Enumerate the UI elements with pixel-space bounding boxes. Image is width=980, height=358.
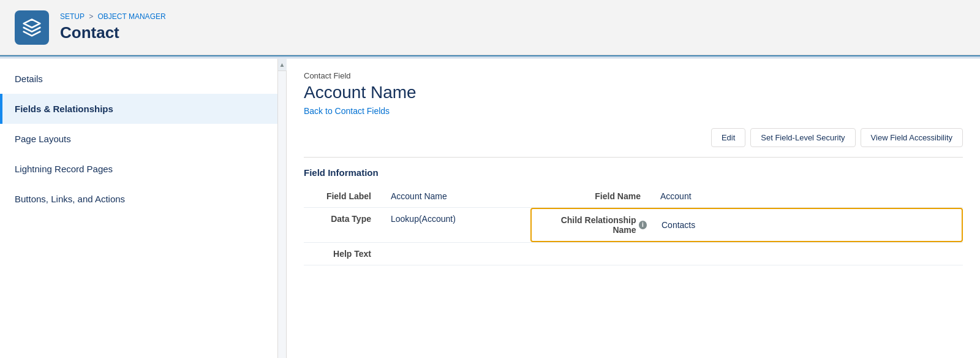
- child-relationship-highlight-box: Child Relationship Name i Contacts: [530, 208, 963, 242]
- page-title: Contact: [60, 23, 166, 42]
- table-row-field-label: Field Label Account Name Field Name Acco…: [304, 185, 963, 208]
- set-field-level-security-button[interactable]: Set Field-Level Security: [750, 128, 855, 147]
- field-info-table: Field Label Account Name Field Name Acco…: [304, 185, 963, 265]
- field-title: Account Name: [304, 83, 963, 102]
- data-type-value: Lookup(Account): [383, 208, 530, 243]
- sidebar-item-page-layouts[interactable]: Page Layouts: [0, 124, 277, 154]
- sidebar-item-lightning-record-pages[interactable]: Lightning Record Pages: [0, 154, 277, 184]
- breadcrumb-sep: >: [89, 12, 93, 21]
- scroll-up-arrow[interactable]: ▲: [278, 59, 287, 71]
- help-text-right-value: [653, 243, 963, 265]
- sidebar-nav: Details Fields & Relationships Page Layo…: [0, 64, 286, 214]
- field-section-label: Contact Field: [304, 71, 963, 80]
- app-header: SETUP > OBJECT MANAGER Contact: [0, 0, 980, 55]
- view-field-accessibility-button[interactable]: View Field Accessibility: [861, 128, 963, 147]
- sidebar-item-buttons-links-actions[interactable]: Buttons, Links, and Actions: [0, 184, 277, 214]
- section-divider: [304, 157, 963, 158]
- section-title: Field Information: [304, 167, 963, 178]
- data-type-key: Data Type: [304, 208, 383, 243]
- back-to-fields-link[interactable]: Back to Contact Fields: [304, 106, 390, 116]
- sidebar-item-details[interactable]: Details: [0, 64, 277, 94]
- child-relationship-name-key: Child Relationship Name i: [532, 209, 654, 241]
- help-text-right-key: [530, 243, 653, 265]
- sidebar-item-fields-relationships[interactable]: Fields & Relationships: [0, 94, 277, 124]
- help-text-value: [383, 243, 530, 265]
- app-icon: [15, 10, 49, 45]
- field-name-key: Field Name: [530, 185, 653, 208]
- sidebar: ▲ Details Fields & Relationships Page La…: [0, 59, 287, 358]
- child-relationship-name-value: Contacts: [654, 209, 703, 241]
- title-block: SETUP > OBJECT MANAGER Contact: [60, 12, 166, 42]
- table-row-data-type: Data Type Lookup(Account) Child Relation…: [304, 208, 963, 243]
- sidebar-scrollbar[interactable]: ▲: [277, 59, 286, 358]
- main-layout: ▲ Details Fields & Relationships Page La…: [0, 59, 980, 358]
- field-name-value: Account: [653, 185, 963, 208]
- child-rel-inner: Child Relationship Name i Contacts: [532, 209, 962, 241]
- breadcrumb-object-manager[interactable]: OBJECT MANAGER: [98, 12, 166, 21]
- info-icon[interactable]: i: [639, 221, 647, 229]
- field-label-key: Field Label: [304, 185, 383, 208]
- help-text-key: Help Text: [304, 243, 383, 265]
- content-area: Contact Field Account Name Back to Conta…: [287, 59, 980, 358]
- breadcrumb-setup[interactable]: SETUP: [60, 12, 85, 21]
- action-buttons: Edit Set Field-Level Security View Field…: [304, 128, 963, 147]
- field-label-value: Account Name: [383, 185, 530, 208]
- breadcrumb: SETUP > OBJECT MANAGER: [60, 12, 166, 21]
- table-row-help-text: Help Text: [304, 243, 963, 265]
- edit-button[interactable]: Edit: [711, 128, 745, 147]
- layers-icon: [22, 18, 42, 37]
